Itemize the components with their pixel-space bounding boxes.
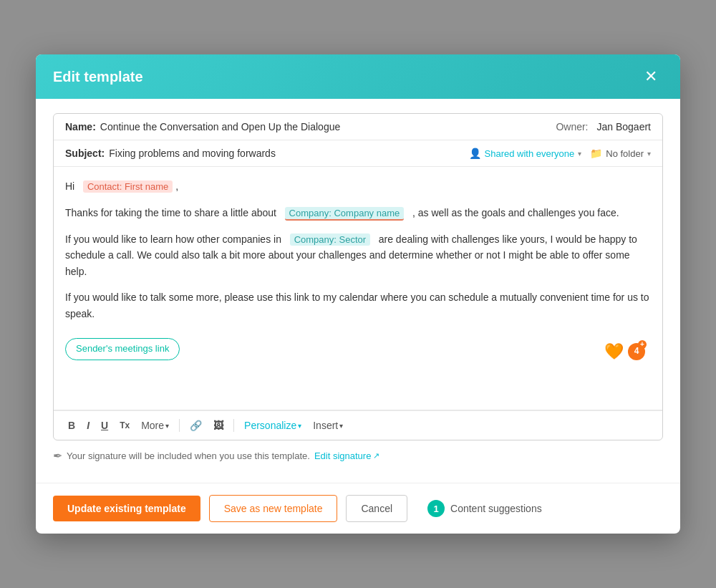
personalize-dropdown-button[interactable]: Personalize ▾ bbox=[240, 417, 306, 434]
meetings-link-tag[interactable]: Sender's meetings link bbox=[65, 338, 180, 360]
para3-text: If you would like to talk some more, ple… bbox=[65, 291, 649, 319]
owner-label: Owner: bbox=[556, 121, 588, 132]
italic-button[interactable]: I bbox=[82, 417, 94, 434]
emoji-count-badge: 4 + bbox=[628, 343, 645, 360]
bold-button[interactable]: B bbox=[64, 417, 79, 434]
signature-icon: ✒ bbox=[53, 449, 62, 463]
more-dropdown-button[interactable]: More ▾ bbox=[137, 417, 173, 434]
template-form: Name: Continue the Conversation and Open… bbox=[53, 113, 663, 440]
edit-signature-link[interactable]: Edit signature ↗ bbox=[314, 450, 380, 461]
insert-label: Insert bbox=[313, 420, 338, 431]
modal-title: Edit template bbox=[53, 69, 143, 85]
paragraph-2: If you would like to learn how other com… bbox=[65, 231, 651, 280]
sharing-meta: 👤 Shared with everyone ▾ 📁 No folder ▾ bbox=[469, 148, 652, 159]
editor-area[interactable]: Hi Contact: First name , Thanks for taki… bbox=[54, 167, 662, 410]
para1-after: , as well as the goals and challenges yo… bbox=[412, 207, 619, 218]
greeting-comma: , bbox=[175, 180, 178, 192]
cancel-button[interactable]: Cancel bbox=[346, 495, 407, 522]
underline-button[interactable]: U bbox=[97, 417, 112, 434]
owner-name: Jan Bogaert bbox=[597, 121, 652, 132]
signature-note: ✒ Your signature will be included when y… bbox=[53, 440, 663, 468]
folder-icon: 📁 bbox=[590, 148, 602, 159]
more-chevron-icon: ▾ bbox=[165, 422, 169, 430]
personalize-chevron-icon: ▾ bbox=[298, 422, 301, 430]
content-suggestions-label: Content suggestions bbox=[450, 503, 542, 514]
modal-overlay: Edit template ✕ Name: Continue the Conve… bbox=[0, 0, 716, 588]
toolbar-separator-2 bbox=[233, 419, 234, 432]
shared-label: Shared with everyone bbox=[485, 148, 575, 159]
emoji-plus-icon: + bbox=[638, 340, 647, 349]
external-link-icon: ↗ bbox=[373, 451, 379, 461]
para1-before: Thanks for taking the time to share a li… bbox=[65, 207, 276, 218]
shared-chevron-icon: ▾ bbox=[578, 150, 581, 158]
emoji-area: 🧡 4 + bbox=[599, 336, 651, 367]
name-row: Name: Continue the Conversation and Open… bbox=[54, 114, 662, 140]
name-label: Name: bbox=[65, 121, 96, 132]
subject-value: Fixing problems and moving forwards bbox=[109, 148, 468, 159]
subject-row: Subject: Fixing problems and moving forw… bbox=[54, 140, 662, 167]
toolbar-separator-1 bbox=[179, 419, 180, 432]
save-as-new-template-button[interactable]: Save as new template bbox=[209, 495, 338, 522]
person-icon: 👤 bbox=[469, 148, 481, 159]
company-name-tag[interactable]: Company: Company name bbox=[285, 207, 405, 221]
folder-label: No folder bbox=[606, 148, 644, 159]
insert-chevron-icon: ▾ bbox=[339, 422, 343, 430]
content-suggestions-area: 1 Content suggestions bbox=[427, 500, 542, 517]
contact-first-name-tag[interactable]: Contact: First name bbox=[83, 180, 173, 193]
greeting-text: Hi bbox=[65, 180, 74, 192]
personalize-label: Personalize bbox=[244, 420, 296, 431]
image-button[interactable]: 🖼 bbox=[209, 417, 228, 434]
owner-meta: Owner: Jan Bogaert bbox=[556, 121, 651, 132]
heart-emoji: 🧡 bbox=[604, 339, 624, 364]
modal-body: Name: Continue the Conversation and Open… bbox=[36, 99, 680, 483]
more-label: More bbox=[141, 420, 164, 431]
folder-chevron-icon: ▾ bbox=[647, 150, 651, 158]
edit-sig-label: Edit signature bbox=[314, 450, 372, 461]
company-sector-tag[interactable]: Company: Sector bbox=[290, 233, 370, 246]
no-folder-button[interactable]: 📁 No folder ▾ bbox=[590, 148, 651, 159]
signature-text: Your signature will be included when you… bbox=[67, 450, 310, 461]
link-button[interactable]: 🔗 bbox=[185, 417, 206, 434]
meetings-emoji-row: Sender's meetings link 🧡 4 + bbox=[65, 332, 651, 371]
paragraph-3: If you would like to talk some more, ple… bbox=[65, 289, 651, 322]
name-value: Continue the Conversation and Open Up th… bbox=[100, 121, 556, 132]
insert-dropdown-button[interactable]: Insert ▾ bbox=[309, 417, 347, 434]
link-icon: 🔗 bbox=[190, 420, 202, 431]
strikethrough-button[interactable]: Tx bbox=[115, 418, 134, 433]
modal-header: Edit template ✕ bbox=[36, 54, 680, 99]
para2-before: If you would like to learn how other com… bbox=[65, 233, 281, 245]
content-suggestions-badge: 1 bbox=[427, 500, 445, 517]
greeting-paragraph: Hi Contact: First name , bbox=[65, 178, 651, 195]
image-icon: 🖼 bbox=[213, 420, 223, 431]
editor-toolbar: B I U Tx More ▾ 🔗 🖼 bbox=[54, 410, 662, 440]
subject-label: Subject: bbox=[65, 148, 105, 159]
edit-template-modal: Edit template ✕ Name: Continue the Conve… bbox=[36, 54, 680, 534]
close-button[interactable]: ✕ bbox=[639, 66, 663, 87]
shared-with-everyone-button[interactable]: 👤 Shared with everyone ▾ bbox=[469, 148, 582, 159]
modal-footer: Update existing template Save as new tem… bbox=[36, 483, 680, 534]
paragraph-1: Thanks for taking the time to share a li… bbox=[65, 205, 651, 221]
update-existing-template-button[interactable]: Update existing template bbox=[53, 496, 200, 521]
